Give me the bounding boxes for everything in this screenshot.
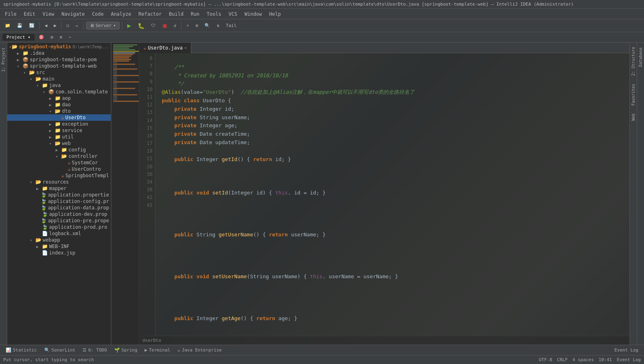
menu-help[interactable]: Help	[266, 10, 284, 18]
tree-item-app-prod[interactable]: 🍃 application-prod.pro	[7, 224, 111, 230]
menu-code[interactable]: Code	[89, 10, 107, 18]
side-tab-project[interactable]: 1: Project	[0, 44, 7, 75]
bottom-tab-bar: 📊 Statistic 🔍 SonarLint ☰ 6: TODO 🌱 Spri…	[0, 345, 644, 355]
stop-button[interactable]: ⏹	[159, 22, 170, 30]
status-bar: Put cursor, start typing to search UTF-8…	[0, 355, 644, 364]
server-selector[interactable]: 🖥 Server ▾	[86, 22, 120, 29]
vcs-button[interactable]: ⇅	[214, 22, 222, 29]
structure-tab[interactable]: 2: Structure	[630, 44, 636, 78]
tree-item-dto[interactable]: ▾ 📂 dto	[7, 108, 111, 114]
toolbar-sep1	[39, 22, 40, 30]
tree-item-pom[interactable]: ▶ 📦 springboot-template-pom	[7, 56, 111, 63]
web-tab[interactable]: Web	[630, 111, 636, 123]
menu-run[interactable]: Run	[188, 10, 203, 18]
rerun-button[interactable]: ↺	[171, 22, 179, 29]
run-button[interactable]: ▶	[125, 21, 134, 30]
editor-tab-userdto[interactable]: ☕ UserDto.java ✕	[139, 43, 191, 53]
breadcrumb: UserDto	[142, 338, 161, 343]
toolbar-forward[interactable]: ▶	[52, 22, 59, 29]
tree-item-java[interactable]: ▾ 📁 java	[7, 82, 111, 89]
toolbar-back[interactable]: ◀	[42, 22, 50, 29]
tree-item-aop[interactable]: ▶ 📁 aop	[7, 95, 111, 101]
title-bar: springboot-mybatis [D:\work\Template\spr…	[0, 0, 644, 9]
project-tab-locate[interactable]: 🎯	[36, 34, 47, 41]
profile-button[interactable]: ⚡	[184, 22, 192, 29]
toolbar-view[interactable]: ◻	[64, 22, 72, 29]
tree-item-config[interactable]: ▶ 📁 config	[7, 147, 111, 153]
tree-item-util[interactable]: ▶ 📁 util	[7, 134, 111, 140]
tree-item-main[interactable]: ▾ 📂 main	[7, 76, 111, 82]
tree-item-userdto[interactable]: ☕ UserDto	[7, 114, 111, 121]
sonarlint-icon: 🔍	[44, 347, 50, 353]
java-enterprise-icon: ☕	[178, 347, 180, 353]
tree-item-logback[interactable]: 📄 logback.xml	[7, 230, 111, 237]
menu-refactor[interactable]: Refactor	[135, 10, 165, 18]
coverage-button[interactable]: 🛡	[149, 22, 158, 29]
tree-item-app-data[interactable]: 🍃 application-data.prop	[7, 205, 111, 211]
menu-vcs[interactable]: VCS	[225, 10, 241, 18]
tree-item-app-prop[interactable]: 🍃 application.propertie	[7, 192, 111, 198]
tab-close-button[interactable]: ✕	[184, 46, 187, 50]
toolbar-save[interactable]: 💾	[14, 22, 25, 29]
tail-button[interactable]: Tail	[223, 22, 239, 29]
tree-item-app-config[interactable]: 🍃 application-config.pr	[7, 198, 111, 205]
menu-file[interactable]: File	[2, 10, 20, 18]
status-indent[interactable]: 4 spaces	[572, 357, 594, 362]
tree-item-package[interactable]: ▾ 📦 com.solin.template	[7, 89, 111, 95]
project-tab-gear[interactable]: ⚙	[48, 34, 56, 41]
bottom-tab-statistic[interactable]: 📊 Statistic	[2, 347, 40, 354]
project-tab-project[interactable]: Project ▾	[2, 34, 35, 41]
tree-item-app-dev[interactable]: 🍃 application-dev.prop	[7, 211, 111, 217]
settings-button[interactable]: ⚙	[193, 22, 201, 29]
database-tab[interactable]: Database	[637, 44, 644, 70]
tree-item-dao[interactable]: ▶ 📁 dao	[7, 101, 111, 108]
tree-item-usercontro[interactable]: ☕ UserContro	[7, 166, 111, 172]
toolbar-edit[interactable]: ✏	[73, 22, 81, 29]
favorites-tab[interactable]: Favorites	[630, 81, 636, 108]
bottom-tab-sonarlint[interactable]: 🔍 SonarLint	[41, 347, 79, 354]
tree-item-root[interactable]: ▾ 📂 springboot-mybatis D:\work\Temp...	[7, 43, 111, 50]
bottom-tab-spring[interactable]: 🌱 Spring	[111, 347, 141, 354]
menu-analyze[interactable]: Analyze	[107, 10, 134, 18]
tree-item-resources[interactable]: ▾ 📂 resources	[7, 179, 111, 185]
bottom-tab-terminal[interactable]: ▶ Terminal	[141, 347, 173, 354]
project-tab-sort[interactable]: ≡	[57, 34, 65, 41]
menu-tools[interactable]: Tools	[204, 10, 225, 18]
tree-item-web-module[interactable]: ▾ 📦 springboot-template-web	[7, 63, 111, 69]
tree-item-idea[interactable]: ▶ 📁 .idea	[7, 50, 111, 56]
tree-item-controller[interactable]: ▾ 📂 controller	[7, 153, 111, 159]
toolbar-open[interactable]: 📁	[2, 22, 13, 29]
menu-navigate[interactable]: Navigate	[58, 10, 88, 18]
menu-edit[interactable]: Edit	[21, 10, 39, 18]
tree-item-web[interactable]: ▾ 📂 web	[7, 140, 111, 147]
bottom-tab-java-enterprise[interactable]: ☕ Java Enterprise	[174, 347, 225, 354]
toolbar: 📁 💾 🔄 ◀ ▶ ◻ ✏ 🖥 Server ▾ ▶ 🐛 🛡 ⏹ ↺ ⚡ ⚙ 🔍…	[0, 19, 644, 32]
status-time: 10:41	[599, 357, 612, 362]
project-tab-bar: Project ▾ 🎯 ⚙ ≡ −	[0, 32, 644, 43]
bottom-tab-todo[interactable]: ☰ 6: TODO	[79, 347, 110, 354]
menu-window[interactable]: Window	[241, 10, 265, 18]
minimap	[111, 43, 139, 345]
menu-view[interactable]: View	[39, 10, 58, 18]
debug-button[interactable]: 🐛	[135, 22, 147, 30]
status-encoding[interactable]: UTF-8	[539, 357, 552, 362]
tree-item-springboottempl[interactable]: ☕ SpringbootTempl	[7, 172, 111, 179]
search-button[interactable]: 🔍	[202, 22, 213, 29]
project-tab-minimize[interactable]: −	[66, 34, 74, 41]
menu-build[interactable]: Build	[166, 10, 187, 18]
tree-item-app-pre[interactable]: 🍃 application-pre.prope	[7, 217, 111, 224]
code-content[interactable]: /** * Created by 18052931 on 2018/10/18 …	[155, 53, 630, 336]
tree-item-indexjsp[interactable]: 📄 index.jsp	[7, 250, 111, 256]
code-editor[interactable]: 6 7 8 9 10 11 12 13 14 15 16 17 18 21	[139, 53, 630, 336]
tree-item-webapp[interactable]: ▾ 📂 webapp	[7, 237, 111, 243]
toolbar-sync[interactable]: 🔄	[27, 22, 37, 29]
tree-item-exception[interactable]: ▶ 📁 exception	[7, 121, 111, 127]
tree-item-webinf[interactable]: ▶ 📁 WEB-INF	[7, 243, 111, 250]
tree-item-systemcor[interactable]: ☕ SystemCor	[7, 159, 111, 166]
status-event-log[interactable]: Event Log	[617, 357, 641, 362]
bottom-tab-event-log[interactable]: Event Log	[611, 347, 642, 354]
status-line-ending[interactable]: CRLF	[557, 357, 568, 362]
tree-item-src[interactable]: ▾ 📂 src	[7, 69, 111, 76]
tree-item-mapper[interactable]: ▶ 📁 mapper	[7, 185, 111, 192]
tree-item-service[interactable]: ▶ 📁 service	[7, 127, 111, 134]
